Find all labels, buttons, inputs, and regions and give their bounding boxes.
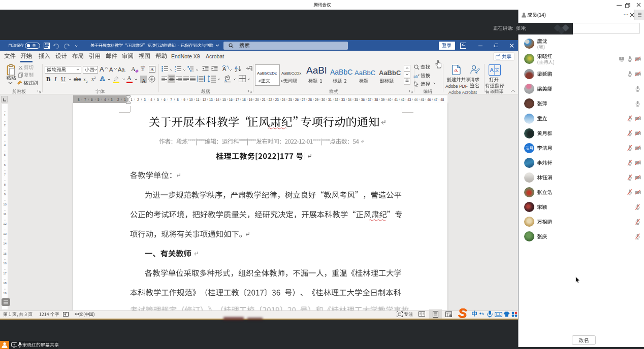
svg-text:7: 7 [170,98,172,101]
svg-text:7: 7 [4,173,6,176]
svg-text:4: 4 [150,98,152,101]
svg-text:25: 25 [288,98,293,101]
svg-text:14: 14 [3,242,7,245]
svg-text:10: 10 [189,98,194,101]
svg-text:16: 16 [229,98,233,101]
svg-text:A: A [490,67,494,73]
svg-text:2: 2 [4,124,6,127]
svg-text:11: 11 [196,98,200,101]
svg-text:5: 5 [98,98,100,101]
svg-text:27: 27 [302,98,306,101]
svg-text:11: 11 [3,213,7,216]
svg-text:9: 9 [183,98,185,101]
svg-text:2: 2 [137,98,139,101]
svg-text:16: 16 [3,262,7,265]
svg-text:3: 3 [144,98,146,101]
svg-text:30: 30 [321,98,326,101]
svg-text:19: 19 [3,292,7,295]
svg-text:41: 41 [394,98,398,101]
svg-text:33: 33 [341,98,345,101]
svg-text:37: 37 [368,98,372,101]
svg-text:ab: ab [413,74,418,79]
svg-text:8: 8 [4,183,6,186]
svg-text:10: 10 [3,203,7,206]
svg-text:22: 22 [269,98,273,101]
svg-text:14: 14 [216,98,220,101]
svg-text:6: 6 [164,98,166,101]
svg-text:38: 38 [374,98,378,101]
svg-text:23: 23 [275,98,279,101]
svg-text:39: 39 [381,98,385,101]
svg-text:20: 20 [255,98,260,101]
svg-text:24: 24 [282,98,286,101]
svg-text:4: 4 [104,98,106,101]
svg-text:6: 6 [91,98,93,101]
svg-text:35: 35 [355,98,359,101]
svg-text:13: 13 [209,98,213,101]
svg-text:Z: Z [235,68,238,72]
svg-text:15: 15 [222,98,227,101]
svg-text:9: 9 [4,193,6,196]
svg-text:18: 18 [3,282,7,285]
svg-text:2: 2 [117,98,119,101]
svg-text:6: 6 [4,163,6,166]
svg-text:36: 36 [361,98,365,101]
svg-text:47: 47 [434,98,438,101]
svg-text:8: 8 [177,98,179,101]
svg-text:18: 18 [242,98,246,101]
svg-text:43: 43 [407,98,411,101]
svg-text:15: 15 [3,252,7,255]
svg-text:28: 28 [308,98,312,101]
svg-text:34: 34 [348,98,352,101]
svg-text:19: 19 [249,98,253,101]
svg-text:44: 44 [414,98,418,101]
svg-text:21: 21 [262,98,266,101]
svg-text:12: 12 [203,98,207,101]
svg-text:29: 29 [315,98,319,101]
svg-text:31: 31 [328,98,332,101]
svg-text:32: 32 [335,98,339,101]
svg-text:45: 45 [421,98,425,101]
svg-text:1: 1 [131,98,133,101]
svg-text:7: 7 [84,98,86,101]
svg-text:8: 8 [78,98,80,101]
svg-text:12: 12 [3,222,7,225]
svg-text:17: 17 [236,98,240,101]
svg-text:46: 46 [427,98,431,101]
svg-text:3: 3 [111,98,113,101]
svg-text:5: 5 [4,153,6,156]
svg-text:40: 40 [388,98,392,101]
svg-text:3: 3 [4,133,6,136]
svg-text:4: 4 [4,144,6,147]
svg-text:26: 26 [295,98,299,101]
svg-text:13: 13 [3,232,7,235]
svg-text:5: 5 [157,98,159,101]
svg-text:48: 48 [440,98,444,101]
svg-text:42: 42 [401,98,405,101]
svg-text:17: 17 [3,272,7,275]
svg-text:1: 1 [4,114,6,117]
